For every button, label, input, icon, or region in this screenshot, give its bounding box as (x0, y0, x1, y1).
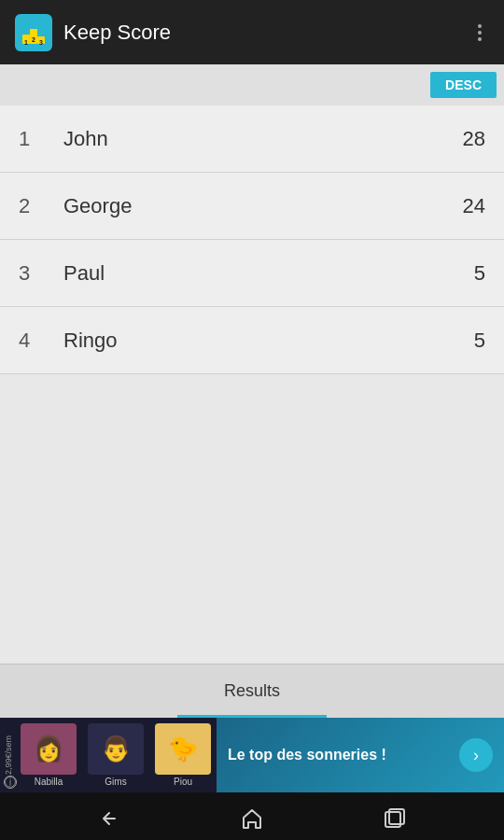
ad-thumb-image: 🐤 (155, 723, 211, 775)
ad-thumb-image: 👩 (21, 723, 77, 775)
scores-list: 1 John 28 2 George 24 3 Paul 5 4 Ringo 5 (0, 105, 504, 374)
ad-thumb: 👨 Gims (82, 721, 149, 789)
score-rank: 3 (19, 261, 52, 286)
ad-thumb-name: Piou (174, 777, 192, 787)
bottom-tab-bar: Results (0, 664, 504, 718)
overflow-dot-2 (478, 31, 482, 35)
sort-bar: DESC (0, 64, 504, 105)
nav-back-button[interactable] (91, 800, 128, 837)
score-rank: 2 (19, 194, 52, 218)
ad-thumb: 🐤 Piou (149, 721, 217, 789)
overflow-dot-1 (478, 24, 482, 28)
score-value: 5 (474, 261, 485, 286)
table-row[interactable]: 3 Paul 5 (0, 240, 504, 307)
score-value: 24 (463, 194, 485, 218)
svg-text:1: 1 (24, 39, 28, 46)
score-value: 5 (474, 329, 485, 353)
ad-price-label: 2,99€/sem (4, 735, 13, 775)
app-header: 1 2 3 Keep Score (0, 0, 504, 64)
nav-home-button[interactable] (233, 800, 271, 837)
app-icon: 1 2 3 (15, 14, 52, 51)
score-name: Ringo (63, 329, 474, 353)
ad-arrow-button[interactable]: › (459, 738, 493, 772)
table-row[interactable]: 4 Ringo 5 (0, 307, 504, 374)
ad-thumb-name: Gims (105, 777, 126, 787)
ad-thumb-name: Nabilla (35, 777, 63, 787)
table-row[interactable]: 2 George 24 (0, 173, 504, 240)
ad-text: Le top des sonneries ! (228, 746, 452, 765)
app-title: Keep Score (63, 21, 171, 45)
table-row[interactable]: 1 John 28 (0, 105, 504, 173)
desc-sort-button[interactable]: DESC (430, 72, 497, 98)
score-name: Paul (63, 261, 474, 286)
svg-text:3: 3 (39, 39, 43, 46)
system-nav-bar (0, 792, 504, 840)
score-value: 28 (463, 127, 485, 151)
overflow-menu-button[interactable] (470, 17, 489, 49)
score-name: George (63, 194, 463, 218)
score-name: John (63, 127, 463, 151)
score-rank: 4 (19, 329, 52, 353)
header-left: 1 2 3 Keep Score (15, 14, 171, 51)
ad-banner[interactable]: ⓘ 2,99€/sem 👩 Nabilla 👨 Gims 🐤 Piou Le t… (0, 718, 504, 792)
empty-area (0, 374, 504, 664)
ad-thumb: 👩 Nabilla (15, 721, 82, 789)
overflow-dot-3 (478, 37, 482, 41)
ad-thumb-image: 👨 (88, 723, 144, 775)
nav-recents-button[interactable] (376, 800, 413, 837)
ad-thumbnails: 👩 Nabilla 👨 Gims 🐤 Piou (15, 721, 217, 789)
tab-results-label[interactable]: Results (224, 681, 280, 701)
ad-text-area[interactable]: Le top des sonneries ! › (217, 718, 504, 792)
score-rank: 1 (19, 127, 52, 151)
svg-text:2: 2 (32, 36, 35, 43)
